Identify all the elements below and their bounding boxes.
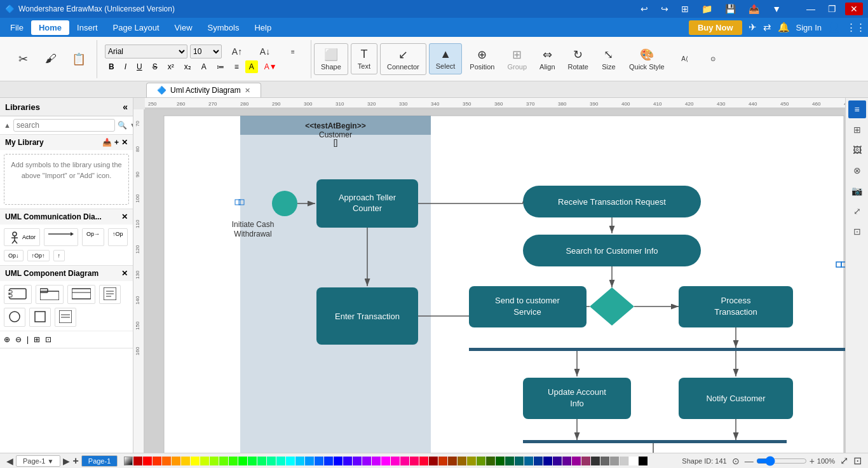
palette-color-swatch[interactable] (191, 457, 200, 465)
diagram-canvas[interactable]: <<testAtBegin>> Customer [] Initiate Cas… (145, 109, 845, 453)
right-panel-photo-icon[interactable]: 📷 (848, 182, 866, 200)
right-panel-layers-icon[interactable]: ⊗ (848, 162, 866, 179)
uml-comp-item-2[interactable] (36, 285, 64, 304)
uml-comm-header[interactable]: UML Communication Dia... ✕ (0, 209, 133, 224)
more-btn[interactable]: ▼ (768, 3, 785, 15)
next-page-btn[interactable]: ▶ (63, 456, 70, 466)
window-controls[interactable]: ↩ ↪ ⊞ 📁 💾 📤 ▼ — ❐ ✕ (637, 3, 863, 15)
palette-color-swatch[interactable] (458, 457, 466, 465)
palette-color-swatch[interactable] (496, 457, 505, 465)
lasso-btn[interactable]: ⊙ (700, 53, 726, 65)
font-shrink-btn[interactable]: A↓ (252, 46, 278, 57)
right-panel-expand-icon[interactable]: ⤢ (848, 202, 866, 220)
font-family-select[interactable]: Arial (105, 45, 187, 59)
palette-color-swatch[interactable] (581, 457, 590, 465)
palette-color-swatch[interactable] (286, 457, 295, 465)
right-panel-image-icon[interactable]: 🖼 (848, 141, 866, 159)
collapse-btn[interactable]: « (123, 102, 128, 112)
palette-color-swatch[interactable] (153, 457, 161, 465)
palette-color-swatch[interactable] (553, 457, 562, 465)
buy-now-button[interactable]: Buy Now (689, 20, 742, 35)
page-dropdown-icon[interactable]: ▼ (48, 458, 54, 465)
bullet-btn[interactable]: ≡ (231, 60, 243, 73)
uml-comm-item-3[interactable]: Op→ (82, 228, 104, 246)
palette-color-swatch[interactable] (524, 457, 533, 465)
palette-color-swatch[interactable] (600, 457, 609, 465)
right-panel-grid-icon[interactable]: ⊞ (848, 121, 866, 139)
redo-btn[interactable]: ↪ (657, 3, 672, 15)
position-button[interactable]: ⊕ Position (465, 44, 499, 74)
close-tab-button[interactable]: ✕ (245, 86, 250, 95)
palette-color-swatch[interactable] (534, 457, 543, 465)
palette-color-swatch[interactable] (467, 457, 476, 465)
right-panel-main-btn[interactable]: ≡ (848, 100, 866, 118)
palette-color-swatch[interactable] (639, 457, 648, 465)
palette-color-swatch[interactable] (400, 457, 409, 465)
connector-button[interactable]: ↙ Connector (380, 43, 426, 75)
palette-color-swatch[interactable] (143, 457, 152, 465)
text-format-btn[interactable]: A⟨ (672, 53, 698, 65)
user-icon[interactable]: 👤 (828, 22, 840, 33)
list-btn[interactable]: ≔ (213, 60, 228, 73)
palette-color-swatch[interactable] (372, 457, 381, 465)
palette-gradient[interactable] (124, 457, 133, 465)
superscript-button[interactable]: x² (164, 60, 178, 73)
close-uml-comp-btn[interactable]: ✕ (121, 269, 128, 278)
italic-button[interactable]: I (121, 60, 130, 73)
uml-comp-item-6[interactable] (29, 308, 51, 327)
maximize-btn[interactable]: ❐ (824, 3, 840, 15)
size-button[interactable]: ⤡ Size (596, 44, 621, 74)
palette-color-swatch[interactable] (438, 457, 447, 465)
uml-comm-item-4[interactable]: ↑Op (108, 228, 128, 246)
my-library-header[interactable]: My Library 📥 + ✕ (0, 135, 133, 150)
palette-color-swatch[interactable] (267, 457, 276, 465)
format-painter-button[interactable]: 🖌 (38, 50, 64, 68)
search-input[interactable] (13, 119, 115, 132)
send-icon[interactable]: ✈ (749, 22, 757, 33)
font-grow-btn[interactable]: A↑ (224, 46, 250, 57)
palette-color-swatch[interactable] (486, 457, 495, 465)
page-tab-1[interactable]: Page-1 (81, 455, 118, 467)
paste-button[interactable]: 📋 (66, 50, 92, 69)
palette-color-swatch[interactable] (172, 457, 180, 465)
palette-color-swatch[interactable] (248, 457, 257, 465)
menu-help[interactable]: Help (247, 20, 279, 35)
rotate-button[interactable]: ↻ Rotate (563, 44, 593, 74)
search-icon[interactable]: 🔍 (118, 121, 127, 130)
menu-page-layout[interactable]: Page Layout (105, 20, 167, 35)
diagram-tab[interactable]: 🔷 Uml Activity Diagram ✕ (146, 83, 261, 97)
palette-color-swatch[interactable] (305, 457, 314, 465)
sidebar-minus-icon[interactable]: ⊖ (15, 335, 22, 344)
text-button[interactable]: T Text (351, 43, 377, 74)
close-uml-comm-btn[interactable]: ✕ (121, 212, 128, 221)
palette-color-swatch[interactable] (210, 457, 219, 465)
highlight-btn[interactable]: A (245, 60, 258, 73)
undo-btn[interactable]: ↩ (637, 3, 652, 15)
close-btn[interactable]: ✕ (845, 3, 863, 15)
palette-color-swatch[interactable] (362, 457, 371, 465)
font-size-select[interactable]: 10 (190, 45, 222, 59)
palette-color-swatch[interactable] (353, 457, 362, 465)
uml-comm-item-6[interactable]: ↑Op↑ (27, 250, 50, 261)
grid-icon[interactable]: ⋮⋮ (846, 22, 865, 33)
fit-page-btn[interactable]: ⤢ (840, 455, 848, 467)
palette-color-swatch[interactable] (543, 457, 552, 465)
prev-page-btn[interactable]: ◀ (6, 456, 13, 466)
palette-color-swatch[interactable] (238, 457, 247, 465)
page-tab-dropdown[interactable]: Page-1 ▼ (16, 455, 60, 467)
group-button[interactable]: ⊞ Group (502, 44, 532, 74)
palette-color-swatch[interactable] (477, 457, 485, 465)
quick-style-button[interactable]: 🎨 Quick Style (624, 44, 670, 74)
zoom-slider[interactable] (756, 456, 807, 466)
sidebar-scroll-up[interactable]: ▲ (4, 121, 11, 129)
share-btn[interactable]: 📤 (745, 3, 763, 15)
sign-in-btn[interactable]: Sign In (796, 23, 822, 32)
subscript-button[interactable]: x₂ (180, 60, 195, 73)
start-node[interactable] (272, 191, 297, 216)
align-button[interactable]: ⇔ Align (534, 44, 560, 74)
sidebar-handles-icon[interactable]: ⊞ (34, 335, 40, 344)
palette-color-swatch[interactable] (257, 457, 266, 465)
font-color-btn[interactable]: A▼ (261, 60, 281, 73)
uml-comm-item-5[interactable]: Op↓ (4, 250, 24, 261)
palette-color-swatch[interactable] (334, 457, 342, 465)
